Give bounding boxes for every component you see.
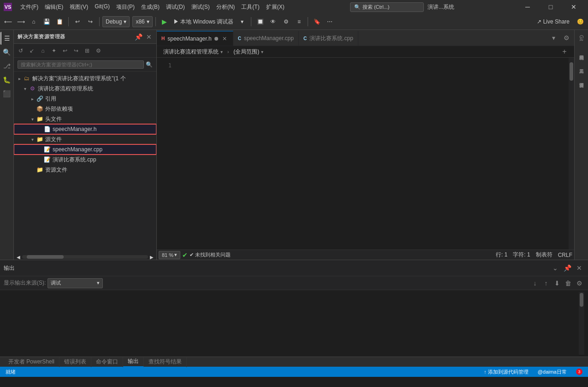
sidebar-scrollbar-track[interactable] (22, 255, 148, 259)
menu-analyze[interactable]: 分析(N) (214, 2, 238, 12)
status-notification[interactable]: 3 (574, 367, 584, 377)
panel-minimize-button[interactable]: ⌄ (550, 263, 560, 273)
home-button[interactable]: ⌂ (28, 16, 40, 28)
maximize-button[interactable]: □ (540, 0, 561, 14)
breadcrumb-add-button[interactable]: + (558, 46, 570, 58)
debug-config-dropdown[interactable]: Debug ▾ (102, 16, 130, 27)
menu-test[interactable]: 测试(S) (189, 2, 213, 12)
menu-debug[interactable]: 调试(D) (163, 2, 188, 12)
editor-scrollbar-thumb[interactable] (570, 62, 573, 81)
bookmarks-button[interactable]: 🔖 (311, 16, 323, 28)
panel-tool-clear[interactable]: 🗑 (563, 278, 573, 288)
redo-sidebar-button[interactable]: ↪ (71, 46, 81, 56)
view-button[interactable]: ⊞ (82, 46, 92, 56)
activity-extensions[interactable]: ⬛ (0, 87, 13, 100)
tab-powershell[interactable]: 开发者 PowerShell (4, 357, 59, 367)
redo-button[interactable]: ↪ (84, 16, 96, 28)
breakpoints-button[interactable]: 🔲 (254, 16, 266, 28)
feedback-button[interactable]: 😊 (574, 16, 586, 28)
tree-item-headers[interactable]: ▾ 📁 头文件 (14, 114, 156, 124)
panel-tool-1[interactable]: ↓ (530, 278, 540, 288)
more-button[interactable]: ⋯ (324, 16, 336, 28)
menu-extensions[interactable]: 扩展(X) (263, 2, 287, 12)
live-share-button[interactable]: ↗ Live Share (533, 18, 573, 26)
menu-git[interactable]: Git(G) (92, 2, 113, 12)
editor-scrollbar[interactable] (569, 58, 574, 250)
right-icon-toolbox[interactable]: 工具箱 (576, 60, 588, 71)
menu-file[interactable]: 文件(F) (18, 2, 41, 12)
platform-dropdown[interactable]: x86 ▾ (132, 16, 152, 27)
home-button-sidebar[interactable]: ⌂ (38, 46, 48, 56)
undo-button[interactable]: ↩ (71, 16, 83, 28)
right-icon-git[interactable]: Git (576, 32, 588, 44)
activity-debug[interactable]: 🐛 (0, 73, 13, 86)
tab-find-symbols[interactable]: 查找符号结果 (144, 357, 187, 367)
tree-item-sources[interactable]: ▾ 📁 源文件 (14, 134, 156, 144)
panel-tool-2[interactable]: ↑ (541, 278, 551, 288)
settings-sidebar-button[interactable]: ⚙ (93, 46, 103, 56)
save-all-button[interactable]: 📋 (53, 16, 65, 28)
sidebar-scrollbar[interactable]: ◀ ▶ (14, 254, 156, 260)
close-button[interactable]: ✕ (563, 0, 584, 14)
sidebar-pin-button[interactable]: 📌 (134, 32, 143, 42)
tab-output[interactable]: 输出 (123, 357, 144, 367)
status-check[interactable]: ✔ ✔ 未找到相关问题 (182, 251, 231, 259)
search-box[interactable]: 🔍 搜索 (Ctrl...) (350, 2, 424, 12)
collapse-button[interactable]: ↙ (27, 46, 37, 56)
right-icon-call-hierarchy[interactable]: 调用层次结构 (576, 46, 588, 58)
tree-item-solution[interactable]: ▸ 🗂 解决方案"演讲比赛流程管理系统"(1 个 (14, 73, 156, 83)
activity-search[interactable]: 🔍 (0, 46, 13, 59)
status-ready[interactable]: 就绪 (4, 367, 18, 377)
tab-errors[interactable]: 错误列表 (59, 357, 91, 367)
run-button[interactable]: ▶ (159, 16, 171, 28)
right-icon-resource[interactable]: 资源管理器 (576, 73, 588, 85)
save-button[interactable]: 💾 (41, 16, 53, 28)
tree-item-external[interactable]: ▸ 📦 外部依赖项 (14, 104, 156, 114)
tab-command[interactable]: 命令窗口 (91, 357, 123, 367)
editor-format-button[interactable]: ≡ (293, 16, 305, 28)
source-dropdown[interactable]: 调试 ▾ (48, 278, 103, 288)
sidebar-search-input[interactable] (18, 60, 144, 69)
status-user[interactable]: @daima日常 (536, 367, 569, 377)
breadcrumb-scope[interactable]: (全局范围) ▾ (231, 47, 266, 57)
breadcrumb-project[interactable]: 演讲比赛流程管理系统 ▾ (160, 47, 226, 57)
tree-item-project[interactable]: ▾ ⚙ 演讲比赛流程管理系统 (14, 83, 156, 94)
tree-item-main-cpp[interactable]: ▸ 📝 演讲比赛系统.cpp (14, 155, 156, 165)
autos-button[interactable]: ⚙ (280, 16, 292, 28)
status-add-source[interactable]: ↑ 添加到源代码管理 (482, 367, 530, 377)
debug-menu-button[interactable]: ▾ (236, 16, 248, 28)
zoom-dropdown[interactable]: 81 % ▾ (159, 251, 180, 259)
back-button[interactable]: ⟵ (2, 16, 14, 28)
menu-build[interactable]: 生成(B) (138, 2, 162, 12)
panel-tool-3[interactable]: ⬇ (552, 278, 562, 288)
sidebar-close-button[interactable]: ✕ (145, 32, 153, 42)
output-area[interactable] (0, 290, 588, 357)
tree-item-resources[interactable]: ▸ 📁 资源文件 (14, 165, 156, 175)
panel-close-button[interactable]: ✕ (574, 263, 584, 273)
minimize-button[interactable]: ─ (517, 0, 538, 14)
tree-item-speech-cpp[interactable]: ▸ 📝 speechManager.cpp (14, 144, 156, 155)
output-scrollbar[interactable] (579, 292, 584, 355)
code-area[interactable] (175, 58, 569, 250)
watch-button[interactable]: 👁 (267, 16, 279, 28)
activity-git[interactable]: ⎇ (0, 60, 13, 72)
tab-speechmanager-h[interactable]: H speechManager.h ✕ (157, 31, 233, 46)
menu-view[interactable]: 视图(V) (67, 2, 91, 12)
tab-close-speechmanager-h[interactable]: ✕ (221, 35, 228, 42)
undo-sidebar-button[interactable]: ↩ (60, 46, 70, 56)
output-scrollbar-thumb[interactable] (580, 293, 583, 307)
menu-project[interactable]: 项目(P) (113, 2, 137, 12)
tree-item-references[interactable]: ▸ 🔗 引用 (14, 94, 156, 104)
activity-explorer[interactable]: ☰ (0, 32, 13, 45)
filter-button[interactable]: ✦ (49, 46, 59, 56)
tab-main-cpp[interactable]: C 演讲比赛系统.cpp (299, 31, 358, 46)
tree-item-speech-h[interactable]: ▸ 📄 speechManager.h (14, 124, 156, 134)
panel-pin-button[interactable]: 📌 (562, 263, 572, 273)
forward-button[interactable]: ⟶ (15, 16, 27, 28)
tab-list-button[interactable]: ▾ (547, 32, 559, 44)
run-label[interactable]: ▶ 本地 Windows 调试器 (172, 16, 236, 28)
refresh-button[interactable]: ↺ (16, 46, 26, 56)
tab-settings-button[interactable]: ⚙ (560, 32, 572, 44)
menu-tools[interactable]: 工具(T) (238, 2, 262, 12)
panel-tool-wrap[interactable]: ⚙ (574, 278, 584, 288)
